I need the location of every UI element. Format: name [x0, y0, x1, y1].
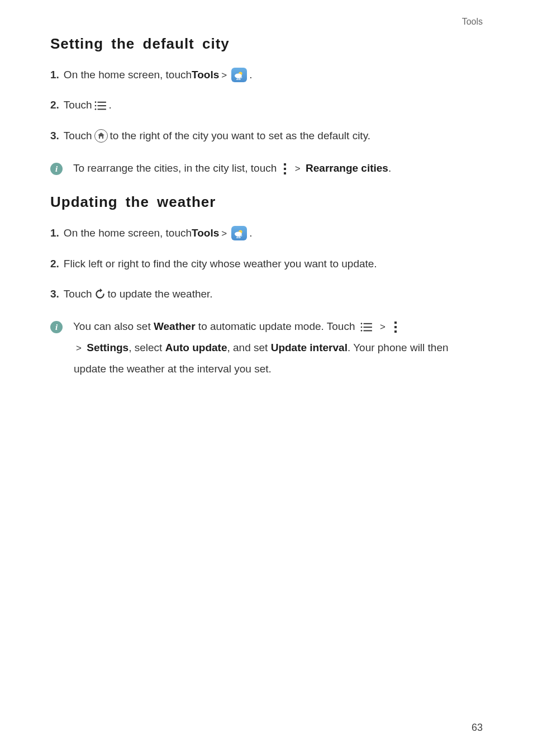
note-text: You can also set [73, 320, 154, 332]
step-number: 3. [50, 286, 59, 303]
weather-temp-label: 28° [236, 234, 242, 240]
separator-gt: > [295, 163, 301, 174]
step-number: 1. [50, 225, 59, 242]
svg-rect-7 [97, 108, 106, 110]
tools-label: Tools [192, 225, 219, 242]
rearrange-label: Rearrange cities [306, 162, 388, 174]
step-text: to update the weather. [108, 286, 213, 303]
step-1-s2: 1. On the home screen, touch Tools > 28°… [50, 225, 483, 242]
separator-gt: > [76, 343, 82, 353]
step-text: Flick left or right to find the city who… [64, 256, 377, 272]
heading-updating-weather: Updating the weather [50, 193, 483, 211]
note-period: . [388, 162, 391, 174]
list-menu-icon [94, 101, 107, 111]
step-1-s1: 1. On the home screen, touch Tools > 28°… [50, 67, 483, 83]
svg-rect-18 [363, 330, 372, 332]
separator-gt: > [221, 68, 227, 83]
step-period: . [109, 97, 112, 114]
svg-rect-3 [97, 101, 106, 102]
step-number: 3. [50, 127, 59, 144]
page-category: Tools [462, 17, 483, 27]
step-3-s1: 3. Touch to the right of the city you wa… [50, 127, 483, 144]
step-2-s2: 2. Flick left or right to find the city … [50, 256, 483, 272]
info-icon: i [50, 321, 63, 333]
svg-point-2 [94, 101, 96, 103]
svg-point-17 [360, 330, 362, 332]
page-number: 63 [472, 722, 483, 734]
step-period: . [249, 67, 252, 83]
step-number: 2. [50, 97, 59, 114]
svg-rect-16 [363, 327, 372, 328]
info-icon: i [50, 163, 63, 175]
svg-rect-9 [284, 168, 286, 170]
svg-point-6 [94, 108, 96, 110]
heading-setting-default-city: Setting the default city [50, 35, 483, 53]
separator-gt: > [380, 322, 386, 332]
weather-temp-label: 28° [236, 75, 242, 82]
auto-update-label: Auto update [165, 342, 227, 353]
weather-app-icon: 28° [231, 226, 247, 240]
svg-rect-19 [394, 322, 397, 324]
note-text: to automatic update mode. Touch [196, 320, 358, 332]
step-text: Touch [64, 127, 92, 144]
update-interval-label: Update interval [271, 342, 348, 353]
list-menu-icon [360, 322, 373, 332]
note-text: , select [129, 342, 165, 353]
step-text: to the right of the city you want to set… [110, 127, 370, 144]
step-number: 1. [50, 67, 59, 83]
svg-point-15 [360, 327, 362, 328]
kebab-menu-icon [282, 163, 288, 175]
step-text: Touch [64, 286, 92, 303]
svg-rect-8 [284, 163, 286, 166]
step-number: 2. [50, 256, 59, 272]
svg-rect-21 [394, 330, 397, 333]
svg-rect-14 [363, 323, 372, 324]
svg-point-4 [94, 105, 96, 106]
weather-label: Weather [154, 320, 196, 332]
step-period: . [249, 225, 252, 242]
step-3-s2: 3. Touch to update the weather. [50, 286, 483, 303]
weather-app-icon: 28° [231, 68, 247, 82]
kebab-menu-icon [393, 321, 398, 333]
home-circle-icon [94, 129, 108, 143]
note-text: , and set [227, 342, 270, 353]
step-text: On the home screen, touch [64, 67, 192, 83]
svg-rect-10 [284, 172, 286, 174]
tools-label: Tools [192, 67, 219, 83]
note-rearrange: i To rearrange the cities, in the city l… [50, 158, 483, 179]
note-auto-update: i You can also set Weather to automatic … [50, 316, 483, 380]
svg-rect-5 [97, 105, 106, 106]
step-text: On the home screen, touch [64, 225, 192, 242]
step-text: Touch [64, 97, 92, 114]
separator-gt: > [221, 226, 227, 241]
note-text: To rearrange the cities, in the city lis… [73, 162, 280, 174]
svg-rect-20 [394, 326, 397, 328]
refresh-icon [94, 289, 106, 300]
svg-point-13 [360, 323, 362, 325]
settings-label: Settings [87, 342, 129, 353]
step-2-s1: 2. Touch . [50, 97, 483, 114]
